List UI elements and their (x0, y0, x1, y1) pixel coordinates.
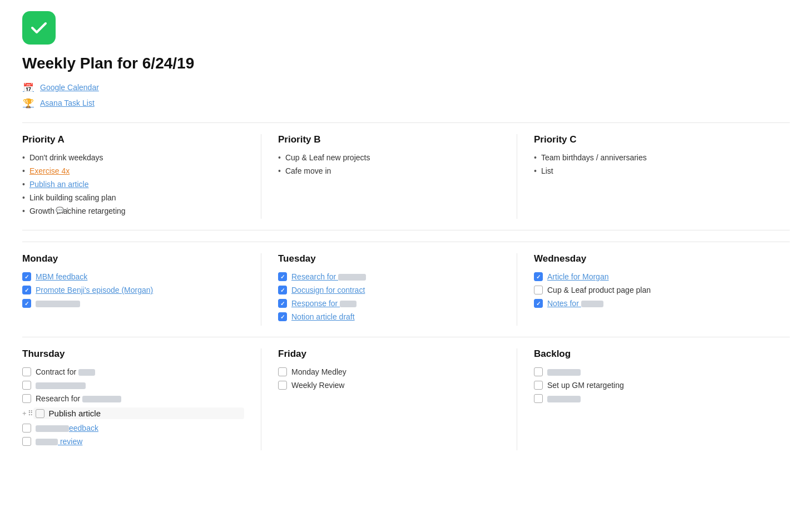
list-item: Exercise 4x (22, 166, 244, 175)
monday-title: Monday (22, 253, 244, 264)
task-checkbox[interactable] (278, 299, 287, 308)
task-label: Monday Medley (291, 367, 346, 376)
task-checkbox[interactable] (534, 394, 543, 403)
exercise-link[interactable]: Exercise 4x (29, 166, 70, 175)
task-item: Promote Benji's episode (Morgan) (22, 286, 244, 294)
task-label: Publish article (49, 409, 101, 418)
redacted-text (36, 382, 86, 389)
page-title: Weekly Plan for 6/24/19 (22, 55, 790, 72)
friday-col: Friday Monday Medley Weekly Review (278, 348, 517, 450)
task-checkbox[interactable] (22, 367, 31, 376)
thursday-col: Thursday Contract for Research for + ⠿ P… (22, 348, 261, 450)
list-item: List (534, 166, 773, 175)
task-label: Set up GM retargeting (547, 381, 624, 390)
priority-a-title: Priority A (22, 134, 244, 145)
task-checkbox[interactable] (22, 272, 31, 281)
task-item: Response for (278, 299, 500, 308)
redacted-text (36, 425, 69, 432)
redacted-text (547, 396, 581, 402)
monday-col: Monday MBM feedback Promote Benji's epis… (22, 253, 261, 326)
task-item: review (22, 437, 244, 446)
task-item: Notes for (534, 299, 773, 308)
task-item: Research for (22, 394, 244, 403)
thursday-title: Thursday (22, 348, 244, 360)
task-checkbox[interactable] (22, 394, 31, 403)
wednesday-col: Wednesday Article for Morgan Cup & Leaf … (534, 253, 790, 326)
wednesday-title: Wednesday (534, 253, 773, 264)
task-item: Cup & Leaf product page plan (534, 286, 773, 294)
asana-icon: 🏆 (22, 97, 34, 109)
task-label[interactable]: Notion article draft (291, 312, 355, 321)
task-label[interactable]: Notes for (547, 299, 603, 308)
tuesday-col: Tuesday Research for Docusign for contra… (278, 253, 517, 326)
task-item (22, 381, 244, 390)
task-label[interactable]: review (36, 437, 82, 446)
task-checkbox[interactable] (36, 409, 44, 418)
list-item: Link building scaling plan (22, 193, 244, 202)
task-item (22, 299, 244, 308)
task-checkbox[interactable] (278, 272, 287, 281)
task-item-highlighted: Publish article (33, 407, 244, 419)
task-checkbox[interactable] (22, 299, 31, 308)
calendar-icon: 📅 (22, 81, 34, 94)
google-calendar-link[interactable]: 📅 Google Calendar (22, 81, 790, 94)
task-item: Weekly Review (278, 381, 500, 390)
backlog-title: Backlog (534, 348, 773, 360)
task-item: MBM feedback (22, 272, 244, 281)
task-checkbox[interactable] (22, 381, 31, 390)
priority-a-col: Priority A Don't drink weekdays Exercise… (22, 134, 261, 219)
task-label[interactable]: Research for (291, 272, 366, 281)
task-label (547, 394, 581, 403)
task-checkbox[interactable] (22, 424, 31, 433)
task-label[interactable]: Docusign for contract (291, 286, 365, 294)
task-label[interactable]: Article for Morgan (547, 272, 608, 281)
task-label: Contract for (36, 367, 95, 376)
task-checkbox[interactable] (534, 286, 543, 294)
task-checkbox[interactable] (534, 381, 543, 390)
task-label[interactable]: Promote Benji's episode (Morgan) (36, 286, 153, 294)
redacted-text (338, 274, 366, 281)
task-label[interactable]: MBM feedback (36, 272, 87, 281)
task-label[interactable]: Response for (291, 299, 357, 308)
priority-b-col: Priority B Cup & Leaf new projects Cafe … (278, 134, 517, 219)
task-item: Notion article draft (278, 312, 500, 321)
task-item: Set up GM retargeting (534, 381, 773, 390)
task-checkbox[interactable] (278, 367, 287, 376)
priority-c-col: Priority C Team birthdays / anniversarie… (534, 134, 790, 219)
task-checkbox[interactable] (278, 312, 287, 321)
task-item: eedback (22, 424, 244, 433)
friday-title: Friday (278, 348, 500, 360)
task-label[interactable]: eedback (36, 424, 98, 433)
task-label: Cup & Leaf product page plan (547, 286, 651, 294)
publish-article-link[interactable]: Publish an article (29, 180, 89, 189)
task-checkbox[interactable] (534, 367, 543, 376)
backlog-col: Backlog Set up GM retargeting (534, 348, 790, 450)
priority-c-title: Priority C (534, 134, 773, 145)
plus-icon: + (22, 409, 27, 417)
redacted-text (581, 301, 603, 307)
task-item: Monday Medley (278, 367, 500, 376)
priority-b-list: Cup & Leaf new projects Cafe move in (278, 153, 500, 175)
redacted-text (36, 301, 80, 307)
asana-link[interactable]: 🏆 Asana Task List (22, 97, 790, 109)
redacted-text (82, 396, 121, 402)
priority-b-title: Priority B (278, 134, 500, 145)
list-item: Publish an article (22, 180, 244, 189)
redacted-text (36, 439, 58, 445)
task-checkbox[interactable] (278, 381, 287, 390)
task-item: Research for (278, 272, 500, 281)
task-label (36, 299, 80, 308)
task-item (534, 394, 773, 403)
task-checkbox[interactable] (22, 437, 31, 446)
task-item (534, 367, 773, 376)
list-item: Don't drink weekdays (22, 153, 244, 162)
publish-article-row: + ⠿ Publish article (22, 407, 244, 419)
task-item: Docusign for contract (278, 286, 500, 294)
redacted-text (78, 369, 95, 376)
task-checkbox[interactable] (278, 286, 287, 294)
task-checkbox[interactable] (534, 272, 543, 281)
task-checkbox[interactable] (22, 286, 31, 294)
app-icon (22, 11, 56, 45)
task-checkbox[interactable] (534, 299, 543, 308)
task-label[interactable] (36, 381, 86, 390)
